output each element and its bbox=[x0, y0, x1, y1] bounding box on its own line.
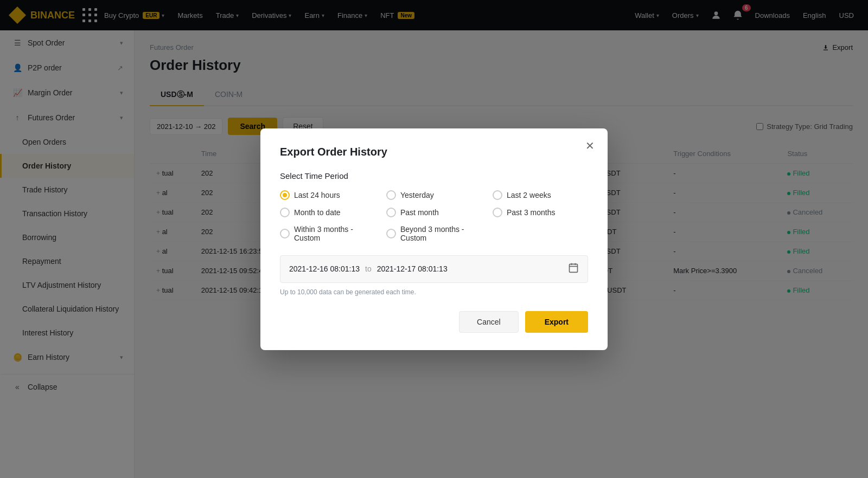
svg-rect-1 bbox=[570, 264, 578, 272]
date-separator: to bbox=[365, 264, 372, 273]
option-pastmonth[interactable]: Past month bbox=[386, 208, 482, 217]
modal-title: Export Order History bbox=[280, 146, 588, 158]
modal-export-button[interactable]: Export bbox=[525, 311, 588, 333]
option-beyond3months[interactable]: Beyond 3 months - Custom bbox=[386, 225, 482, 242]
radio-circle-yesterday bbox=[386, 190, 396, 200]
cancel-button[interactable]: Cancel bbox=[459, 311, 519, 333]
radio-circle-beyond3months bbox=[386, 229, 396, 238]
modal-actions: Cancel Export bbox=[280, 311, 588, 333]
date-to-value: 2021-12-17 08:01:13 bbox=[377, 264, 448, 273]
modal-overlay: Export Order History ✕ Select Time Perio… bbox=[0, 0, 868, 478]
limit-note: Up to 10,000 data can be generated each … bbox=[280, 288, 588, 296]
modal-section-title: Select Time Period bbox=[280, 171, 588, 180]
radio-circle-past3months bbox=[493, 208, 502, 217]
modal-close-button[interactable]: ✕ bbox=[585, 139, 595, 152]
export-modal: Export Order History ✕ Select Time Perio… bbox=[260, 128, 608, 350]
option-last2weeks[interactable]: Last 2 weeks bbox=[493, 190, 588, 200]
option-yesterday[interactable]: Yesterday bbox=[386, 190, 482, 200]
radio-circle-pastmonth bbox=[386, 208, 396, 217]
calendar-icon[interactable] bbox=[568, 262, 579, 276]
date-from-value: 2021-12-16 08:01:13 bbox=[289, 264, 360, 273]
option-within3months[interactable]: Within 3 months - Custom bbox=[280, 225, 375, 242]
option-past3months[interactable]: Past 3 months bbox=[493, 208, 588, 217]
radio-circle-last24 bbox=[280, 190, 290, 200]
radio-circle-last2weeks bbox=[493, 190, 502, 200]
option-monthtodate[interactable]: Month to date bbox=[280, 208, 375, 217]
time-period-options: Last 24 hours Yesterday Last 2 weeks Mon… bbox=[280, 190, 588, 242]
radio-circle-within3months bbox=[280, 229, 290, 238]
radio-circle-monthtodate bbox=[280, 208, 290, 217]
date-range-row: 2021-12-16 08:01:13 to 2021-12-17 08:01:… bbox=[280, 255, 588, 283]
option-last24[interactable]: Last 24 hours bbox=[280, 190, 375, 200]
